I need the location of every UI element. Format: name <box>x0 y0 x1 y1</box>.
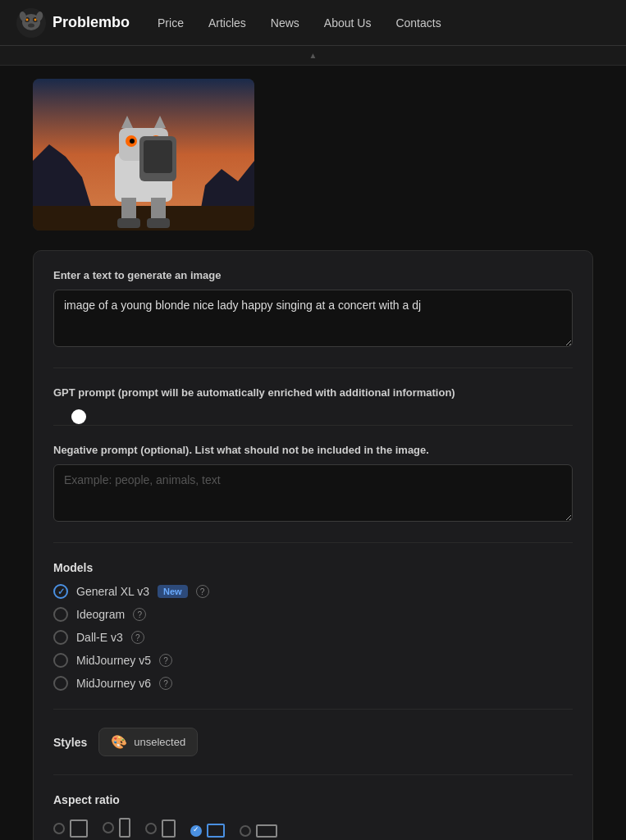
radio-mj6 <box>53 676 68 691</box>
aspect-3-4[interactable]: 3:4 <box>145 819 176 840</box>
logo-icon <box>16 8 46 38</box>
radio-general-xl <box>53 584 68 599</box>
radio-dalle <box>53 630 68 645</box>
model-item-mj5[interactable]: MidJourney v5 ? <box>53 653 573 668</box>
divider-5 <box>53 774 573 775</box>
aspect-box-1-1 <box>70 819 88 838</box>
model-list: General XL v3 New ? Ideogram ? Dall-E v3… <box>53 584 573 691</box>
nav-item-about[interactable]: About Us <box>313 16 383 30</box>
text-prompt-label: Enter a text to generate an image <box>53 269 573 281</box>
aspect-radio-3-4 <box>145 823 157 834</box>
model-name-mj5: MidJourney v5 <box>76 654 151 667</box>
nav-item-price[interactable]: Price <box>146 16 195 30</box>
svg-point-6 <box>28 23 34 27</box>
text-prompt-input[interactable] <box>53 290 573 347</box>
models-section: Models General XL v3 New ? Ideogram ? <box>53 561 573 691</box>
aspect-16-9[interactable]: 16:9 <box>240 824 277 840</box>
nav-item-articles[interactable]: Articles <box>197 16 258 30</box>
image-preview <box>33 79 254 231</box>
divider-3 <box>53 542 573 543</box>
aspect-ratio-section: Aspect ratio 1:1 9:16 <box>53 793 573 840</box>
aspect-1-1[interactable]: 1:1 <box>53 819 88 840</box>
aspect-ratio-options: 1:1 9:16 3:4 <box>53 818 573 840</box>
aspect-4-3[interactable]: 4:3 <box>190 824 225 840</box>
text-prompt-field: Enter a text to generate an image <box>53 269 573 349</box>
divider-1 <box>53 368 573 368</box>
aspect-box-16-9 <box>256 824 277 838</box>
toggle-thumb <box>71 409 86 424</box>
info-icon-general-xl[interactable]: ? <box>196 585 209 598</box>
model-name-dalle: Dall-E v3 <box>76 631 123 644</box>
aspect-radio-4-3 <box>190 825 202 837</box>
aspect-box-3-4 <box>162 819 176 838</box>
nav-item-contacts[interactable]: Contacts <box>384 16 452 30</box>
aspect-radio-9-16 <box>103 822 114 833</box>
styles-label: Styles <box>53 736 87 749</box>
styles-section: Styles 🎨 unselected <box>53 728 573 756</box>
main-content: Enter a text to generate an image GPT pr… <box>0 66 626 840</box>
divider-4 <box>53 709 573 710</box>
preview-canvas <box>33 79 254 231</box>
styles-btn-label: unselected <box>134 736 185 748</box>
logo[interactable]: Problembo <box>16 8 130 38</box>
models-label: Models <box>53 561 573 574</box>
brand-name: Problembo <box>53 14 130 31</box>
badge-new: New <box>158 585 188 598</box>
model-item-mj6[interactable]: MidJourney v6 ? <box>53 676 573 691</box>
scroll-hint-text: ▲ <box>309 51 318 60</box>
aspect-radio-1-1 <box>53 823 65 834</box>
model-name-mj6: MidJourney v6 <box>76 677 151 690</box>
navbar: Problembo Price Articles News About Us C… <box>0 0 626 46</box>
form-section: Enter a text to generate an image GPT pr… <box>33 250 593 840</box>
model-item-general-xl[interactable]: General XL v3 New ? <box>53 584 573 599</box>
aspect-ratio-label: Aspect ratio <box>53 793 573 806</box>
negative-prompt-label: Negative prompt (optional). List what sh… <box>53 444 573 456</box>
aspect-box-4-3 <box>207 824 225 838</box>
gpt-prompt-field: GPT prompt (prompt will be automatically… <box>53 386 573 407</box>
scroll-hint-bar: ▲ <box>0 46 626 66</box>
info-icon-mj5[interactable]: ? <box>159 654 172 667</box>
model-name-ideogram: Ideogram <box>76 608 125 621</box>
radio-ideogram <box>53 607 68 622</box>
aspect-radio-16-9 <box>240 825 251 837</box>
info-icon-dalle[interactable]: ? <box>131 631 144 644</box>
info-icon-ideogram[interactable]: ? <box>133 608 146 621</box>
aspect-9-16[interactable]: 9:16 <box>103 818 130 840</box>
gpt-prompt-label: GPT prompt (prompt will be automatically… <box>53 386 573 399</box>
divider-2 <box>53 425 573 426</box>
radio-mj5 <box>53 653 68 668</box>
model-name-general-xl: General XL v3 <box>76 585 149 598</box>
model-item-dalle[interactable]: Dall-E v3 ? <box>53 630 573 645</box>
nav-item-news[interactable]: News <box>259 16 311 30</box>
negative-prompt-input[interactable] <box>53 464 573 522</box>
model-item-ideogram[interactable]: Ideogram ? <box>53 607 573 622</box>
styles-button[interactable]: 🎨 unselected <box>98 728 198 756</box>
style-icon: 🎨 <box>111 734 127 750</box>
info-icon-mj6[interactable]: ? <box>159 677 172 690</box>
aspect-box-9-16 <box>119 818 130 838</box>
nav-links: Price Articles News About Us Contacts <box>146 16 453 30</box>
negative-prompt-field: Negative prompt (optional). List what sh… <box>53 444 573 524</box>
